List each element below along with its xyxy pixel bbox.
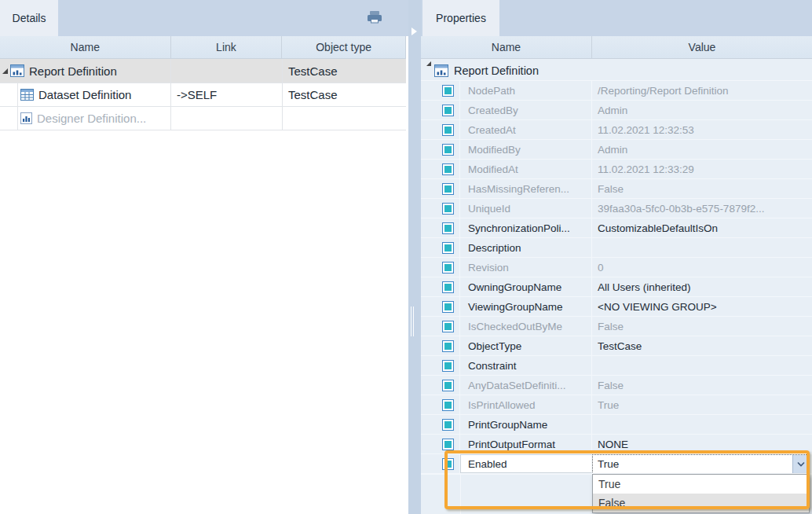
property-icon-cell bbox=[438, 81, 460, 100]
property-name-cell: NodePath bbox=[460, 81, 592, 100]
tab-details[interactable]: Details bbox=[0, 0, 58, 36]
property-value-cell: Admin bbox=[592, 140, 812, 159]
property-row-nodepath[interactable]: NodePath/Reporting/Report Definition bbox=[421, 81, 812, 101]
property-row-hasmissingreferen[interactable]: HasMissingReferen...False bbox=[421, 179, 812, 199]
property-name-label: NodePath bbox=[468, 85, 515, 97]
column-header-name[interactable]: Name bbox=[0, 36, 171, 58]
property-row-modifiedat[interactable]: ModifiedAt11.02.2021 12:33:29 bbox=[421, 160, 812, 179]
property-name-cell: AnyDataSetDefiniti... bbox=[460, 376, 592, 395]
row-gutter bbox=[421, 120, 438, 139]
enabled-combobox[interactable]: True bbox=[592, 454, 810, 473]
property-row-printoutputformat[interactable]: PrintOutputFormatNONE bbox=[421, 435, 812, 454]
tab-properties[interactable]: Properties bbox=[422, 0, 499, 36]
property-icon-cell bbox=[438, 376, 460, 395]
property-value-cell: 11.02.2021 12:33:29 bbox=[592, 160, 812, 178]
property-value-label: 0 bbox=[598, 262, 604, 274]
property-row-revision[interactable]: Revision0 bbox=[421, 258, 812, 277]
property-value-cell: False bbox=[592, 376, 812, 395]
property-name-label: Enabled bbox=[468, 458, 507, 470]
property-row-createdby[interactable]: CreatedByAdmin bbox=[421, 101, 812, 120]
property-value-cell: 0 bbox=[592, 258, 812, 277]
teal-icon bbox=[442, 144, 454, 156]
name-cell: Dataset Definition bbox=[0, 83, 171, 106]
link-cell bbox=[171, 107, 283, 130]
details-header-row: Name Link Object type bbox=[0, 36, 406, 59]
property-name-label: PrintGroupName bbox=[468, 419, 547, 431]
panel-splitter[interactable] bbox=[408, 0, 421, 514]
property-row-constraint[interactable]: Constraint bbox=[421, 356, 812, 376]
row-gutter bbox=[421, 160, 438, 178]
tree-row-report-definition[interactable]: Report DefinitionTestCase bbox=[0, 59, 406, 83]
tree-row-designer-definition[interactable]: Designer Definition... bbox=[0, 107, 406, 130]
property-name-cell: PrintOutputFormat bbox=[460, 435, 592, 453]
property-value-cell: All Users (inherited) bbox=[592, 277, 812, 296]
property-value-label: False bbox=[598, 183, 624, 195]
splitter-grip bbox=[413, 307, 414, 336]
property-icon-cell bbox=[438, 277, 460, 296]
column-header-link[interactable]: Link bbox=[171, 36, 283, 58]
teal-icon bbox=[442, 222, 454, 234]
property-row-printgroupname[interactable]: PrintGroupName bbox=[421, 415, 812, 435]
property-row-enabled-editing[interactable]: EnabledTrue bbox=[421, 454, 812, 474]
row-gutter bbox=[421, 356, 438, 375]
property-name-label: Constraint bbox=[468, 360, 517, 372]
link-cell: ->SELF bbox=[171, 83, 283, 106]
property-name-cell: IsCheckedOutByMe bbox=[460, 317, 592, 336]
expander-icon[interactable] bbox=[2, 68, 8, 74]
application-window: Details Name Link Object type bbox=[0, 0, 812, 514]
property-value-cell bbox=[592, 415, 812, 434]
property-row-ischeckedoutbyme[interactable]: IsCheckedOutByMeFalse bbox=[421, 317, 812, 336]
property-row-report-definition[interactable]: Report Definition bbox=[421, 61, 812, 81]
property-value-label: False bbox=[598, 321, 624, 332]
property-row-description[interactable]: Description bbox=[421, 238, 812, 258]
property-row-synchronizationpoli[interactable]: SynchronizationPoli...CustomizableDefaul… bbox=[421, 218, 812, 238]
object-type-cell bbox=[283, 107, 406, 130]
name-cell: Designer Definition... bbox=[0, 107, 171, 130]
property-icon-cell bbox=[438, 454, 460, 473]
dropdown-option-false[interactable]: False bbox=[593, 494, 809, 512]
link-cell bbox=[171, 59, 283, 83]
row-gutter bbox=[421, 336, 438, 355]
property-row-modifiedby[interactable]: ModifiedByAdmin bbox=[421, 140, 812, 160]
expander-icon[interactable] bbox=[426, 61, 431, 66]
print-button[interactable] bbox=[361, 9, 388, 28]
property-icon-cell bbox=[438, 297, 460, 316]
row-gutter bbox=[421, 218, 438, 237]
property-icon-cell bbox=[438, 258, 460, 277]
property-value-label: 11.02.2021 12:33:29 bbox=[598, 163, 694, 175]
property-name-cell: PrintGroupName bbox=[460, 415, 592, 434]
column-header-property-name[interactable]: Name bbox=[421, 36, 592, 58]
combobox-value: True bbox=[593, 458, 619, 470]
property-row-owninggroupname[interactable]: OwningGroupNameAll Users (inherited) bbox=[421, 277, 812, 297]
property-row-anydatasetdefiniti[interactable]: AnyDataSetDefiniti...False bbox=[421, 376, 812, 395]
dropdown-button[interactable] bbox=[792, 455, 809, 473]
property-icon-cell bbox=[438, 317, 460, 336]
property-value-cell: False bbox=[592, 179, 812, 198]
row-gutter bbox=[421, 376, 438, 395]
teal-icon bbox=[442, 105, 454, 116]
property-row-objecttype[interactable]: ObjectTypeTestCase bbox=[421, 336, 812, 356]
tree-row-dataset-definition[interactable]: Dataset Definition->SELFTestCase bbox=[0, 83, 406, 107]
teal-icon bbox=[442, 203, 454, 215]
property-name-label: Report Definition bbox=[454, 64, 539, 77]
column-header-object-type[interactable]: Object type bbox=[282, 36, 405, 58]
report-icon bbox=[434, 64, 448, 77]
property-name-label: ModifiedBy bbox=[468, 144, 521, 156]
property-row-isprintallowed[interactable]: IsPrintAllowedTrue bbox=[421, 395, 812, 415]
dropdown-option-true[interactable]: True bbox=[593, 475, 809, 494]
collapse-arrow-icon[interactable] bbox=[411, 28, 417, 35]
tab-properties-label: Properties bbox=[436, 12, 486, 24]
property-value-label: All Users (inherited) bbox=[598, 281, 691, 293]
teal-icon bbox=[442, 301, 454, 313]
property-row-viewinggroupname[interactable]: ViewingGroupName<NO VIEWING GROUP> bbox=[421, 297, 812, 317]
property-row-uniqueid[interactable]: UniqueId39faa30a-5fc0-0b3b-e575-7879f2..… bbox=[421, 199, 812, 218]
property-value-cell bbox=[592, 356, 812, 375]
column-header-property-value[interactable]: Value bbox=[592, 36, 812, 58]
property-icon-cell bbox=[438, 218, 460, 237]
property-value-label: Admin bbox=[598, 105, 627, 116]
row-gutter bbox=[421, 238, 438, 257]
row-gutter bbox=[421, 297, 438, 316]
property-row-createdat[interactable]: CreatedAt11.02.2021 12:32:53 bbox=[421, 120, 812, 140]
teal-icon bbox=[442, 163, 454, 175]
object-type-value: TestCase bbox=[288, 64, 338, 78]
